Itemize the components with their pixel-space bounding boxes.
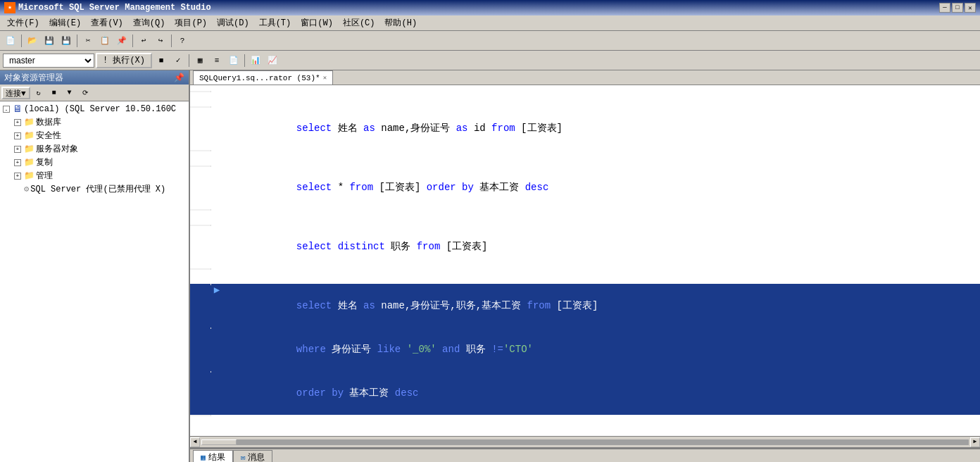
results-tab[interactable]: ▦ 结果 [193, 450, 233, 462]
tab-close-btn[interactable]: ✕ [323, 74, 327, 82]
scroll-right-btn[interactable]: ▶ [970, 437, 980, 447]
txt-6: [工资表] [373, 182, 427, 193]
txt-5: * [332, 182, 349, 193]
title-bar: ★ Microsoft SQL Server Management Studio… [0, 0, 980, 15]
tree-item-management[interactable]: + 📁 管理 [0, 169, 189, 182]
results-icon: ▦ [201, 453, 206, 462]
help-btn[interactable]: ? [175, 33, 190, 49]
save-all-btn[interactable]: 💾 [58, 33, 74, 49]
menu-view[interactable]: 查看(V) [87, 15, 127, 30]
replication-label: 复制 [36, 156, 53, 168]
tree-item-security[interactable]: + 📁 安全性 [0, 129, 189, 142]
results-file-btn[interactable]: 📄 [226, 53, 241, 68]
kw-from-3: from [417, 241, 441, 252]
sql-line-2: select 姓名 as name,身份证号 as id from [工资表] [190, 106, 980, 150]
kw-where: where [296, 344, 326, 355]
execute-button[interactable]: ! 执行(X) [96, 53, 152, 68]
menu-file[interactable]: 文件(F) [3, 15, 44, 30]
horizontal-scrollbar[interactable]: ◀ ▶ [190, 436, 980, 447]
save-btn[interactable]: 💾 [42, 33, 57, 49]
scroll-track [201, 439, 969, 445]
app-title: Microsoft SQL Server Management Studio [18, 3, 211, 13]
open-btn[interactable]: 📂 [25, 33, 40, 49]
connect-button[interactable]: 连接▼ [1, 87, 30, 99]
filter-btn[interactable]: ▼ [63, 87, 77, 99]
toolbar2: master ! 执行(X) ■ ✓ ▦ ≡ 📄 📊 📈 [0, 51, 980, 70]
line-num-4 [190, 166, 211, 167]
expand-server[interactable]: - [3, 106, 10, 113]
parse-btn[interactable]: ✓ [170, 53, 186, 68]
sql-editor[interactable]: select 姓名 as name,身份证号 as id from [工资表] … [190, 85, 980, 436]
tree-item-server-objects[interactable]: + 📁 服务器对象 [0, 142, 189, 156]
kw-order-2: order by [296, 387, 344, 399]
kw-select-1: select [296, 123, 332, 134]
panel-pin-icon[interactable]: 📌 [174, 73, 184, 83]
kw-from-2: from [349, 182, 373, 193]
copy-btn[interactable]: 📋 [97, 33, 113, 49]
refresh-btn[interactable]: ↻ [32, 87, 46, 99]
content-area: select 姓名 as name,身份证号 as id from [工资表] … [190, 85, 980, 462]
cut-btn[interactable]: ✂ [80, 33, 96, 49]
expand-replication[interactable]: + [14, 159, 21, 166]
expand-security[interactable]: + [14, 132, 21, 139]
menu-project[interactable]: 项目(P) [170, 15, 211, 30]
expand-server-objects[interactable]: + [14, 146, 21, 153]
new-query-btn[interactable]: 📄 [3, 33, 18, 49]
kw-noteq: != [491, 344, 503, 355]
kw-desc-1: desc [525, 182, 549, 193]
toolbar1: 📄 📂 💾 💾 ✂ 📋 📌 ↩ ↪ ? [0, 31, 980, 51]
maximize-button[interactable]: □ [952, 3, 963, 13]
results-grid-btn[interactable]: ▦ [192, 53, 208, 68]
databases-icon: 📁 [24, 117, 34, 127]
menu-edit[interactable]: 编辑(E) [45, 15, 86, 30]
line-num-3 [190, 150, 211, 151]
undo-btn[interactable]: ↩ [136, 33, 151, 49]
sql-line-10: order by 基本工资 desc [190, 371, 980, 415]
results-tab-label: 结果 [208, 451, 225, 462]
paste-btn[interactable]: 📌 [114, 33, 130, 49]
line-num-11 [190, 415, 211, 416]
scroll-thumb[interactable] [201, 439, 237, 445]
sync-btn[interactable]: ⟳ [78, 87, 92, 99]
expand-management[interactable]: + [14, 173, 21, 180]
panel-title: 对象资源管理器 📌 [0, 70, 189, 85]
agent-icon: ⚙ [24, 184, 29, 194]
include-client-stats-btn[interactable]: 📈 [265, 53, 280, 68]
tree-item-databases[interactable]: + 📁 数据库 [0, 116, 189, 129]
include-actual-plan-btn[interactable]: 📊 [248, 53, 263, 68]
menu-window[interactable]: 窗口(W) [296, 15, 337, 30]
right-panel: SQLQuery1.sq...rator (53)* ✕ [190, 70, 980, 462]
menu-query[interactable]: 查询(Q) [129, 15, 170, 30]
txt-10: [工资表] [440, 241, 487, 252]
menu-help[interactable]: 帮助(H) [380, 15, 421, 30]
stop-btn[interactable]: ■ [153, 53, 169, 68]
txt-3: id [468, 123, 492, 134]
close-button[interactable]: ✕ [965, 3, 976, 13]
tree-item-sqlserver-agent[interactable]: ⚙ SQL Server 代理(已禁用代理 X) [0, 182, 189, 196]
database-selector[interactable]: master [3, 54, 94, 68]
kw-distinct: distinct [338, 241, 385, 252]
menu-tools[interactable]: 工具(T) [255, 15, 296, 30]
editor-tab[interactable]: SQLQuery1.sq...rator (53)* ✕ [193, 70, 333, 85]
redo-btn[interactable]: ↪ [153, 33, 168, 49]
expand-databases[interactable]: + [14, 119, 21, 126]
object-explorer-panel: 对象资源管理器 📌 连接▼ ↻ ■ ▼ ⟳ - 🖥 (local) (SQL S… [0, 70, 190, 462]
results-text-btn[interactable]: ≡ [209, 53, 225, 68]
stop-object-btn[interactable]: ■ [47, 87, 61, 99]
sql-line-9: where 身份证号 like '_0%' and 职务 !='CTO' [190, 327, 980, 371]
line-num-10 [190, 371, 211, 373]
tree-item-replication[interactable]: + 📁 复制 [0, 156, 189, 169]
minimize-button[interactable]: — [939, 3, 950, 13]
str-like-val: '_0%' [407, 344, 436, 355]
window-controls[interactable]: — □ ✕ [939, 3, 976, 13]
security-label: 安全性 [36, 130, 61, 142]
server-label: (local) (SQL Server 10.50.160C [24, 104, 176, 114]
kw-from-4: from [527, 300, 551, 311]
menu-community[interactable]: 社区(C) [339, 15, 379, 30]
menu-debug[interactable]: 调试(D) [213, 15, 253, 30]
sep4 [171, 35, 172, 47]
tree-item-server[interactable]: - 🖥 (local) (SQL Server 10.50.160C [0, 103, 189, 116]
scroll-left-btn[interactable]: ◀ [190, 437, 200, 447]
messages-tab[interactable]: ✉ 消息 [233, 450, 273, 462]
line-num-5 [190, 209, 211, 211]
